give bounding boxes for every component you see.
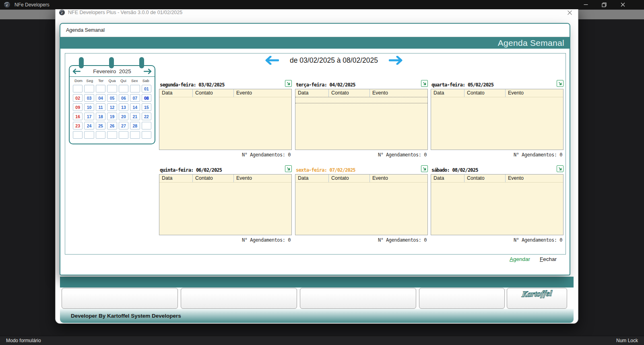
- calendar-day-cell[interactable]: 08: [142, 94, 151, 102]
- calendar-day-cell[interactable]: 15: [142, 103, 151, 111]
- expand-day-button[interactable]: [285, 165, 292, 172]
- form-footer: Developer By Kartoffel System Developers: [60, 309, 574, 323]
- expand-day-button[interactable]: [285, 80, 292, 87]
- day-panel-label: quinta-feira: 06/02/2025: [160, 167, 222, 173]
- day-table[interactable]: Data Contato Evento: [295, 89, 428, 150]
- agendamentos-count: N° Agendamentos: 0: [159, 237, 292, 243]
- focused-empty-row[interactable]: [295, 97, 427, 103]
- calendar-day-cell[interactable]: 13: [119, 103, 128, 111]
- day-table[interactable]: Data Contato Evento: [295, 174, 428, 235]
- calendar-day-cell[interactable]: 05: [107, 94, 117, 102]
- restore-button[interactable]: [595, 0, 613, 9]
- col-header-evento: Evento: [234, 89, 291, 97]
- week-next-button[interactable]: [388, 56, 403, 65]
- calendar-grid: 0102030405060708091011121314151617181920…: [70, 84, 155, 139]
- expand-day-button[interactable]: [557, 165, 564, 172]
- calendar-day-cell[interactable]: 14: [130, 103, 140, 111]
- close-icon: [621, 2, 625, 7]
- calendar-dayname: Qua: [107, 78, 118, 83]
- calendar-day-cell[interactable]: 04: [96, 94, 105, 102]
- calendar-day-cell[interactable]: 01: [142, 85, 151, 92]
- calendar-next-button[interactable]: [143, 68, 152, 75]
- day-table[interactable]: Data Contato Evento: [431, 89, 564, 150]
- window-controls: [576, 0, 632, 9]
- agendamentos-count: N° Agendamentos: 0: [295, 237, 428, 243]
- calendar-day-cell[interactable]: 28: [130, 122, 140, 129]
- calendar-day-cell: [107, 131, 117, 139]
- calendar-day-cell: [73, 131, 83, 139]
- svg-text:e: e: [61, 11, 63, 15]
- calendar-day-cell[interactable]: 21: [130, 113, 140, 120]
- col-header-data: Data: [431, 175, 464, 182]
- day-panel-segunda: segunda-feira: 03/02/2025 Data Contato E…: [159, 80, 292, 158]
- calendar-ring: [139, 57, 144, 68]
- status-bar: Modo formulário Num Lock: [0, 336, 644, 345]
- dialog-caption-bar: Agenda Semanal: [60, 24, 570, 37]
- calendar-day-cell[interactable]: 12: [107, 103, 117, 111]
- calendar-dayname: Qui: [118, 78, 129, 83]
- calendar-day-cell[interactable]: 18: [96, 113, 105, 120]
- calendar-day-cell[interactable]: 10: [84, 103, 94, 111]
- minimize-icon: [584, 2, 588, 7]
- calendar-day-cell[interactable]: 20: [119, 113, 128, 120]
- kartoffel-logo: Kartoffel: [506, 288, 568, 299]
- day-table[interactable]: Data Contato Evento: [159, 89, 292, 150]
- day-panel-sabado: sábado: 08/02/2025 Data Contato Evento N…: [431, 165, 564, 243]
- month-calendar: Fevereiro 2025 DomSegTerQuaQuiSexSab 010…: [69, 65, 155, 144]
- close-button[interactable]: [613, 0, 632, 9]
- calendar-day-cell[interactable]: 23: [73, 122, 83, 129]
- calendar-day-cell[interactable]: 16: [73, 113, 83, 120]
- calendar-day-cell: [130, 85, 140, 92]
- form-card-logo: Kartoffel: [507, 288, 567, 309]
- minimize-button[interactable]: [576, 0, 595, 9]
- calendar-day-cell[interactable]: 03: [84, 94, 94, 102]
- fechar-button[interactable]: Fechar: [540, 256, 557, 262]
- dialog-title: Agenda Semanal: [498, 38, 564, 48]
- calendar-ring: [109, 57, 114, 68]
- calendar-day-cell[interactable]: 11: [96, 103, 105, 111]
- form-close-button[interactable]: [566, 9, 573, 16]
- screen: e NFe Developers: [0, 0, 644, 345]
- calendar-day-cell[interactable]: 07: [130, 94, 140, 102]
- window-titlebar: e NFe Developers: [0, 0, 644, 9]
- week-prev-button[interactable]: [265, 56, 279, 65]
- calendar-day-cell[interactable]: 02: [73, 94, 83, 102]
- app-logo-icon: e: [4, 1, 10, 8]
- calendar-day-cell[interactable]: 22: [142, 113, 151, 120]
- day-panel-label-highlighted: sexta-feira: 07/02/2025: [296, 167, 355, 173]
- day-panel-label: segunda-feira: 03/02/2025: [160, 82, 225, 88]
- week-next-icon: [389, 56, 402, 65]
- form-header-band: [60, 277, 574, 288]
- agendar-button[interactable]: Agendar: [510, 256, 530, 262]
- calendar-day-cell[interactable]: 24: [84, 122, 94, 129]
- expand-day-button[interactable]: [421, 165, 428, 172]
- calendar-day-cell[interactable]: 19: [107, 113, 117, 120]
- calendar-day-cell[interactable]: 09: [73, 103, 83, 111]
- expand-day-button[interactable]: [557, 80, 564, 87]
- form-title: NFE Developers Plus - Versão 3.0.0 de 01…: [68, 10, 182, 15]
- agenda-panel: Fevereiro 2025 DomSegTerQuaQuiSexSab 010…: [65, 53, 566, 255]
- calendar-day-cell[interactable]: 26: [107, 122, 117, 129]
- calendar-day-cell[interactable]: 06: [119, 94, 128, 102]
- week-nav: de 03/02/2025 à 08/02/2025: [265, 55, 403, 66]
- calendar-day-cell: [119, 85, 128, 92]
- expand-day-icon: [558, 82, 562, 86]
- calendar-day-cell[interactable]: 17: [84, 113, 94, 120]
- calendar-day-cell: [130, 131, 140, 139]
- calendar-day-cell: [73, 85, 83, 92]
- calendar-day-cell: [96, 85, 105, 92]
- day-table[interactable]: Data Contato Evento: [159, 174, 292, 235]
- calendar-day-cell: [84, 131, 94, 139]
- calendar-dayname: Seg: [84, 78, 95, 83]
- dialog-caption: Agenda Semanal: [66, 27, 105, 33]
- calendar-day-cell[interactable]: 25: [96, 122, 105, 129]
- calendar-prev-icon: [72, 68, 80, 74]
- calendar-ring: [79, 57, 84, 68]
- expand-day-button[interactable]: [421, 80, 428, 87]
- form-card: [62, 288, 178, 309]
- calendar-prev-button[interactable]: [72, 68, 81, 75]
- day-table[interactable]: Data Contato Evento: [431, 174, 564, 235]
- calendar-day-cell[interactable]: 27: [119, 122, 128, 129]
- calendar-day-cell: [142, 122, 151, 129]
- footer-credit: Developer By Kartoffel System Developers: [71, 313, 181, 319]
